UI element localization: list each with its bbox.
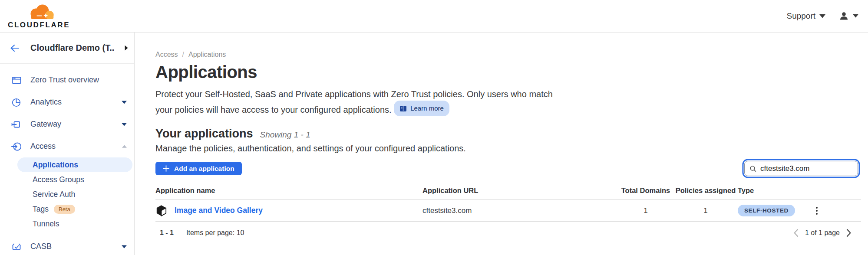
breadcrumb-access[interactable]: Access [155,51,178,59]
back-arrow-icon[interactable] [10,43,20,53]
gateway-icon [11,119,22,130]
sidebar-item-label: CASB [30,242,113,251]
search-box [744,161,858,176]
sidebar-item-access[interactable]: Access [0,135,134,157]
items-range: 1 - 1 [160,229,174,237]
account-switcher: Cloudflare Demo (T... [0,33,134,64]
page-description: Protect your Self-Hosted, SaaS and Priva… [155,88,557,116]
cloudflare-logo[interactable]: CLOUDFLARE [8,3,70,29]
search-input[interactable] [760,164,853,173]
sidebar-item-service-auth[interactable]: Service Auth [0,187,134,202]
sidebar: Cloudflare Demo (T... Zero Trust overvie… [0,33,135,255]
box-check-icon [11,242,22,252]
beta-badge: Beta [54,205,75,214]
col-application-url: Application URL [422,186,618,195]
topbar-actions: Support [786,11,858,21]
top-bar: CLOUDFLARE Support [0,0,868,33]
main-content: Access / Applications Applications Prote… [135,33,868,255]
type-badge: SELF-HOSTED [738,205,795,216]
breadcrumb-separator: / [182,51,184,59]
next-page-button[interactable] [846,229,851,237]
section-subheading: Manage the policies, authentication, and… [155,144,861,154]
total-domains-value: 1 [618,206,673,215]
sidebar-item-label: Gateway [30,120,113,129]
chevron-down-icon [122,101,127,104]
policies-assigned-value: 1 [673,206,738,215]
sidebar-item-label: Zero Trust overview [30,75,127,85]
application-link[interactable]: Image and Video Gallery [175,206,263,215]
sidebar-item-label: Service Auth [33,190,75,199]
sidebar-nav: Zero Trust overview Analytics [0,64,134,255]
table-header: Application name Application URL Total D… [155,186,861,200]
window-icon [11,75,22,85]
login-arrow-icon [11,141,22,152]
toolbar: Add an application [155,161,861,176]
search-icon [749,165,756,173]
breadcrumb-applications: Applications [188,51,226,59]
sidebar-item-casb[interactable]: CASB [0,235,134,255]
plus-icon [163,165,169,172]
logo-wordmark: CLOUDFLARE [8,21,70,29]
col-policies-assigned: Policies assigned [673,186,738,195]
expand-right-icon[interactable] [125,45,128,51]
section-heading: Your applications [155,127,253,141]
col-application-name: Application name [155,186,422,195]
col-total-domains: Total Domains [618,186,673,195]
sidebar-item-applications[interactable]: Applications [17,157,132,172]
add-application-label: Add an application [174,165,234,173]
user-menu[interactable] [838,11,858,21]
sidebar-item-gateway[interactable]: Gateway [0,113,134,135]
page-title: Applications [155,62,861,82]
chevron-down-icon [122,245,127,248]
chevron-up-icon [122,145,127,148]
sidebar-item-label: Tags [33,205,49,214]
support-menu[interactable]: Support [786,11,825,21]
sidebar-item-label: Analytics [30,98,113,107]
chevron-down-icon [122,123,127,126]
book-icon [399,105,407,112]
cloudflare-cloud-icon [27,3,56,21]
add-application-button[interactable]: Add an application [155,162,242,175]
chevron-down-icon [819,14,825,18]
table-row: Image and Video Gallery cftestsite3.com … [155,200,861,222]
breadcrumb: Access / Applications [155,51,861,59]
account-name: Cloudflare Demo (T... [30,43,114,53]
col-type: Type [738,186,812,195]
showing-count: Showing 1 - 1 [260,130,310,140]
sidebar-item-tunnels[interactable]: Tunnels [0,216,134,231]
sidebar-item-analytics[interactable]: Analytics [0,91,134,113]
pie-chart-icon [11,97,22,108]
sidebar-item-label: Tunnels [33,219,59,229]
row-actions-menu[interactable] [812,207,821,215]
support-label: Support [786,11,815,21]
learn-more-label: Learn more [410,102,444,115]
page-status: 1 of 1 page [805,229,840,237]
chevron-down-icon [853,14,858,18]
learn-more-badge[interactable]: Learn more [394,101,449,116]
sidebar-item-label: Access Groups [33,175,84,184]
application-url: cftestsite3.com [422,206,618,215]
sidebar-item-label: Applications [33,160,78,170]
cube-icon [155,204,167,217]
sidebar-item-label: Access [30,142,113,151]
footer-divider [180,227,180,239]
table-footer: 1 - 1 Items per page: 10 1 of 1 page [155,227,861,239]
sidebar-item-zero-trust-overview[interactable]: Zero Trust overview [0,69,134,91]
applications-table: Application name Application URL Total D… [155,186,861,239]
sidebar-item-access-groups[interactable]: Access Groups [0,172,134,187]
user-icon [838,11,849,21]
items-per-page: Items per page: 10 [186,229,244,237]
sidebar-item-tags[interactable]: Tags Beta [0,202,134,216]
previous-page-button[interactable] [793,229,799,237]
page-description-text: Protect your Self-Hosted, SaaS and Priva… [155,89,553,114]
